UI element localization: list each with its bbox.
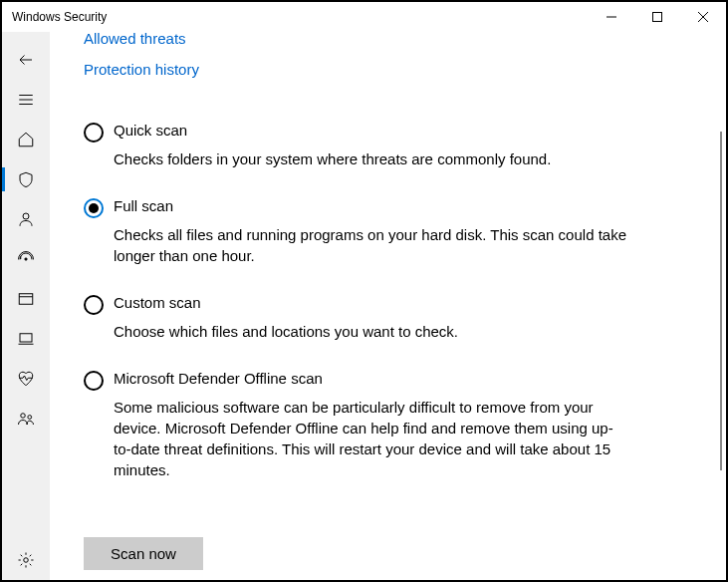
option-title: Microsoft Defender Offline scan: [114, 370, 626, 387]
heart-icon: [17, 370, 35, 388]
svg-point-16: [24, 558, 29, 563]
sidebar-device-security[interactable]: [2, 319, 50, 359]
shield-icon: [17, 170, 35, 188]
person-icon: [17, 210, 35, 228]
option-title: Full scan: [114, 197, 626, 214]
option-title: Quick scan: [114, 122, 626, 139]
window-controls: [589, 2, 726, 32]
option-desc: Checks all files and running programs on…: [114, 224, 626, 266]
content-area: Allowed threats Protection history Quick…: [50, 32, 726, 580]
app-browser-icon: [17, 290, 35, 308]
option-full-scan: Full scan Checks all files and running p…: [84, 197, 626, 266]
scrollbar[interactable]: [720, 132, 722, 470]
sidebar-virus-protection[interactable]: [2, 159, 50, 199]
sidebar-home[interactable]: [2, 120, 50, 159]
menu-button[interactable]: [2, 80, 50, 120]
titlebar: Windows Security: [2, 2, 726, 32]
svg-rect-12: [20, 334, 32, 342]
back-button[interactable]: [2, 40, 50, 80]
option-custom-scan: Custom scan Choose which files and locat…: [84, 294, 626, 342]
device-icon: [17, 330, 35, 348]
option-offline-scan: Microsoft Defender Offline scan Some mal…: [84, 370, 626, 480]
radio-quick-scan[interactable]: [84, 123, 104, 143]
svg-point-9: [25, 258, 27, 260]
svg-point-14: [21, 414, 26, 419]
home-icon: [17, 131, 35, 148]
window-title: Windows Security: [12, 10, 107, 24]
sidebar-account-protection[interactable]: [2, 199, 50, 239]
sidebar-family[interactable]: [2, 399, 50, 438]
svg-point-8: [23, 213, 29, 219]
scan-now-button[interactable]: Scan now: [84, 537, 203, 570]
firewall-icon: [17, 250, 35, 268]
option-desc: Checks folders in your system where thre…: [114, 148, 626, 169]
svg-point-15: [28, 416, 32, 420]
close-button[interactable]: [680, 2, 726, 32]
sidebar-app-browser[interactable]: [2, 279, 50, 319]
hamburger-icon: [17, 91, 35, 109]
back-arrow-icon: [17, 51, 35, 69]
gear-icon: [17, 551, 35, 569]
maximize-button[interactable]: [634, 2, 680, 32]
radio-offline-scan[interactable]: [84, 371, 104, 391]
option-quick-scan: Quick scan Checks folders in your system…: [84, 122, 626, 169]
option-title: Custom scan: [114, 294, 626, 311]
family-icon: [17, 410, 35, 428]
radio-custom-scan[interactable]: [84, 295, 104, 315]
option-desc: Some malicious software can be particula…: [114, 397, 626, 480]
radio-full-scan[interactable]: [84, 198, 104, 218]
link-protection-history[interactable]: Protection history: [84, 61, 700, 78]
option-desc: Choose which files and locations you wan…: [114, 321, 626, 342]
link-allowed-threats[interactable]: Allowed threats: [84, 32, 700, 47]
sidebar-device-health[interactable]: [2, 359, 50, 399]
minimize-button[interactable]: [589, 2, 634, 32]
sidebar: [2, 32, 50, 580]
sidebar-settings[interactable]: [2, 540, 50, 580]
svg-rect-10: [19, 294, 33, 305]
sidebar-firewall[interactable]: [2, 239, 50, 279]
svg-rect-1: [653, 13, 662, 22]
